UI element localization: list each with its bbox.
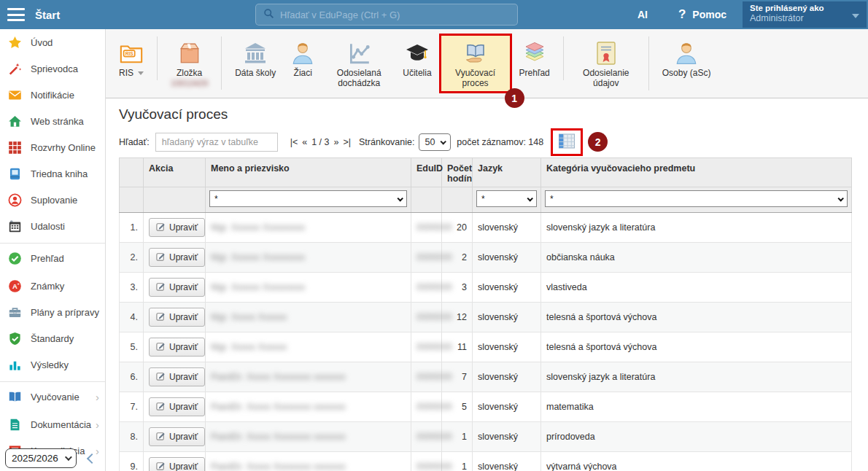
pagination-next-button[interactable]: » [334,137,339,147]
ai-button[interactable]: AI [638,9,648,20]
calendar-icon [8,219,22,233]
category-value: telesná a športová výchova [541,332,852,362]
toolbar-button[interactable]: Odosielaná dochádzka [322,34,395,93]
sidebar-item[interactable]: Notifikácie [0,82,105,108]
toolbar-separator [221,36,222,90]
pagination: |< « 1 / 3 » >| [288,137,353,147]
column-header-eduid[interactable]: EduID [411,158,442,187]
sidebar-item[interactable]: Suplovanie [0,187,105,213]
pagination-current: 1 / 3 [311,137,329,147]
toolbar-button[interactable]: Prehľad [512,34,557,83]
name-filter-select[interactable]: * [209,190,407,207]
sidebar-item[interactable]: Triedna kniha [0,160,105,187]
toolbar-button[interactable]: Dáta školy [228,34,283,83]
table-controls: Hľadať: |< « 1 / 3 » >| Stránkovanie: 50… [119,132,855,152]
eduid-blurred: 0000000 [416,432,452,442]
help-button[interactable]: ? Pomoc [678,7,726,22]
global-search-input[interactable] [280,9,510,20]
chevron-left-icon[interactable] [87,453,97,463]
pagination-first-button[interactable]: |< [290,137,298,147]
sidebar-item[interactable]: Štandardy [0,325,105,351]
timetable-grid-icon [8,141,22,155]
search-label: Hľadať: [119,137,150,147]
sidebar-item-label: Výsledky [31,359,69,370]
sidebar-item-label: Známky [31,281,64,292]
edit-pencil-icon [156,341,169,353]
blurred-folder-number: 10013429 [171,79,208,87]
sidebar-item[interactable]: Prehľad [0,243,105,273]
sidebar-item[interactable]: A+ Známky [0,273,105,299]
category-filter-select[interactable]: * [545,190,848,207]
start-menu-label[interactable]: Štart [35,9,60,21]
row-number: 5. [120,332,144,362]
language-filter-select[interactable]: * [476,190,537,207]
attendance-chart-icon [346,39,371,66]
column-settings-button[interactable] [551,128,583,156]
toolbar-button[interactable]: Odosielanie údajov [570,34,643,93]
edit-button[interactable]: Upraviť [149,338,205,357]
category-value: slovenský jazyk a literatúra [541,362,852,392]
pagination-last-button[interactable]: >| [343,137,351,147]
row-number: 8. [120,422,144,452]
category-value: výtvarná výchova [541,452,852,471]
edit-button[interactable]: Upraviť [149,367,205,386]
sidebar-item-label: Suplovanie [31,195,77,206]
table-header-row: Akcia Meno a priezvisko EduID Počet hodí… [120,158,852,187]
sidebar-item[interactable]: Rozvrhy Online [0,134,105,160]
package-box-icon [177,39,202,66]
sidebar-item[interactable]: Úvod [0,29,105,55]
toolbar-button[interactable]: Učitelia [395,34,438,83]
school-year-select[interactable]: 2025/2026 [5,448,77,468]
chevron-right-icon: › [96,445,99,457]
page-size-value: 50 [425,137,435,147]
edit-pencil-icon [156,222,169,233]
edit-button[interactable]: Upraviť [149,278,205,297]
sidebar-item[interactable]: Plány a prípravy [0,299,105,325]
svg-text:RIS: RIS [125,51,134,56]
column-header-category[interactable]: Kategória vyučovacieho predmetu [541,158,852,187]
caret-down-icon [397,195,403,201]
table-filter-row: * * [120,187,852,213]
pagination-prev-button[interactable]: « [302,137,307,147]
toolbar-button[interactable]: RIS RIS [112,34,151,83]
eduid-blurred: 0000000 [416,402,452,412]
column-header-hours[interactable]: Počet hodín [442,158,473,187]
table-search-input[interactable] [155,133,278,152]
global-search[interactable] [255,4,518,26]
sidebar-item[interactable]: Dokumentácia › [0,411,105,437]
menu-icon[interactable] [7,8,25,21]
toolbar-button[interactable]: Zložka 10013429 [163,34,215,93]
toolbar-button-label: Odosielanie údajov [577,68,635,88]
sidebar-item[interactable]: Udalosti [0,213,105,239]
edit-pencil-icon [156,281,169,293]
caret-down-icon [527,195,532,201]
sidebar-item[interactable]: Výsledky [0,351,105,378]
toolbar-separator [157,36,158,80]
logged-in-user-box[interactable]: Ste prihlásený ako Administrátor [743,1,867,28]
top-bar: Štart AI ? Pomoc Ste prihlásený ako Admi… [0,0,868,29]
eduid-blurred: 0000000 [416,252,452,262]
row-number: 4. [120,303,144,332]
column-header-rownum [120,158,144,187]
toolbar-button[interactable]: Vyučovací proces 1 [439,34,512,93]
edit-button[interactable]: Upraviť [149,308,205,327]
edit-button[interactable]: Upraviť [149,457,205,471]
edit-button[interactable]: Upraviť [149,397,205,416]
column-header-language[interactable]: Jazyk [473,158,541,187]
sidebar-item-label: Úvod [31,37,53,48]
layers-icon [522,39,547,66]
sidebar-item[interactable]: Vyučovanie › [0,381,105,411]
page-size-select[interactable]: 50 [419,133,451,151]
edit-button[interactable]: Upraviť [149,248,205,267]
caret-down-icon [837,195,843,201]
envelope-icon [8,88,22,102]
eduid-blurred: 0000000 [416,372,452,382]
column-header-name[interactable]: Meno a priezvisko [206,158,411,187]
toolbar-button[interactable]: Žiaci [283,34,322,83]
toolbar-button[interactable]: Osoby (aSc) [655,34,718,83]
sidebar-item[interactable]: Web stránka [0,108,105,134]
edit-button[interactable]: Upraviť [149,427,205,446]
toolbar-button-label: Žiaci [294,68,312,78]
edit-button[interactable]: Upraviť [149,218,205,237]
sidebar-item[interactable]: Sprievodca [0,55,105,82]
